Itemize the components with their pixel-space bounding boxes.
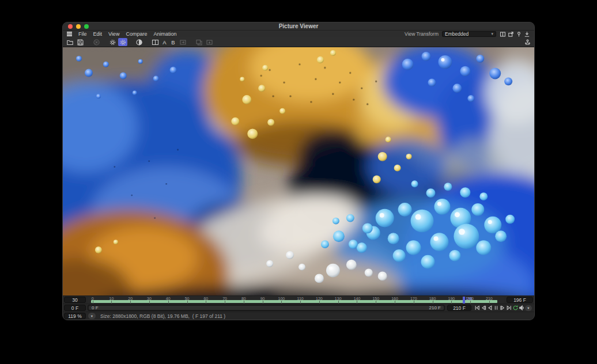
ruler-tick-label: 40: [166, 297, 171, 301]
image-settings-button[interactable]: [118, 38, 127, 46]
current-frame-field[interactable]: 196 F: [507, 297, 533, 303]
zoom-dropdown-button[interactable]: ▾: [88, 313, 96, 319]
ruler-tick-mark: [244, 301, 244, 304]
image-canvas[interactable]: [63, 47, 534, 295]
split-view-button[interactable]: [500, 31, 506, 37]
ruler-tick-label: 70: [222, 297, 227, 301]
cancel-circle-icon: [93, 39, 100, 46]
menu-animation[interactable]: Animation: [153, 31, 176, 37]
range-end-field[interactable]: 210 F: [447, 305, 471, 311]
sound-button[interactable]: [519, 305, 524, 312]
play-reverse-button[interactable]: [487, 305, 493, 312]
ruler-tick-label: 120: [316, 297, 323, 301]
open-new-window-button[interactable]: [508, 31, 514, 37]
transport-controls: ▾: [474, 305, 533, 312]
ruler-tick-mark: [376, 301, 376, 304]
mixer-button[interactable]: [523, 38, 532, 46]
zoom-level-field[interactable]: 119 %: [64, 313, 86, 319]
dock-button[interactable]: [524, 31, 530, 37]
save-button[interactable]: [75, 38, 85, 46]
ruler-tick-mark: [281, 301, 282, 304]
preview-range-bar[interactable]: 0 F 210 F: [88, 305, 445, 311]
paste-image-button[interactable]: [205, 38, 214, 46]
ruler-tick-label: 60: [203, 297, 208, 301]
pause-button[interactable]: [493, 305, 499, 312]
stop-render-button[interactable]: [92, 38, 101, 46]
copy-image-button[interactable]: [194, 38, 203, 46]
gear-icon: [109, 39, 116, 46]
filter-button[interactable]: [134, 38, 143, 46]
ab-split-icon: [152, 39, 159, 46]
ruler-tick-label: 180: [429, 297, 436, 301]
step-forward-button[interactable]: [500, 305, 505, 312]
view-transform-label: View Transform: [405, 31, 439, 37]
ruler-tick-mark: [319, 301, 320, 304]
hamburger-icon[interactable]: [67, 32, 72, 36]
pause-icon: [493, 305, 499, 311]
step-back-icon: [481, 305, 486, 311]
minimize-button[interactable]: [76, 24, 81, 29]
go-to-start-icon: [474, 305, 480, 311]
copy-icon: [195, 39, 203, 46]
menu-compare[interactable]: Compare: [126, 31, 147, 37]
ruler-tick-mark: [149, 301, 150, 304]
set-image-b-button[interactable]: B: [169, 38, 177, 46]
ruler-tick-mark: [263, 301, 263, 304]
render-settings-button[interactable]: [108, 38, 117, 46]
range-bar-start-label: 0 F: [92, 305, 99, 310]
range-start-field[interactable]: 0 F: [64, 305, 86, 311]
view-transform-select[interactable]: Embedded ▾: [442, 31, 496, 37]
contrast-icon: [135, 39, 143, 46]
status-bar: 119 % ▾ Size: 2880x1800, RGB (8 Bit), 19…: [63, 312, 534, 320]
ruler-tick-label: 10: [109, 297, 114, 301]
loop-icon: [512, 305, 518, 311]
playhead-frame-label: 196: [466, 297, 473, 301]
fps-field[interactable]: 30: [64, 297, 86, 303]
zoom-window-button[interactable]: [84, 24, 89, 29]
traffic-lights: [68, 24, 89, 29]
go-to-end-icon: [506, 305, 512, 311]
speaker-icon: [519, 305, 524, 311]
play-reverse-icon: [487, 305, 493, 311]
set-image-a-button[interactable]: A: [161, 38, 168, 46]
paste-icon: [206, 39, 213, 46]
cached-frames-bar: [91, 300, 498, 303]
ruler-tick-mark: [357, 301, 357, 304]
ruler-tick-label: 110: [297, 297, 304, 301]
ruler-tick-mark: [111, 301, 112, 304]
titlebar[interactable]: Picture Viewer: [63, 22, 534, 31]
window-title: Picture Viewer: [63, 22, 534, 31]
ruler-tick-label: 50: [185, 297, 190, 301]
ruler-tick-label: 80: [241, 297, 246, 301]
ruler-tick-label: 170: [410, 297, 417, 301]
ruler-tick-mark: [414, 301, 414, 304]
preview-range-thumb[interactable]: 0 F 210 F: [89, 306, 444, 310]
timeline-ruler-row: 30 0102030405060708090100110120130140150…: [63, 295, 534, 304]
open-file-button[interactable]: [65, 38, 74, 46]
chevron-down-icon: ▾: [491, 32, 493, 36]
step-back-button[interactable]: [481, 305, 486, 312]
ruler-tick-label: 90: [260, 297, 265, 301]
playback-options-button[interactable]: ▾: [525, 305, 532, 311]
split-view-icon: [500, 31, 506, 37]
folder-icon: [66, 39, 74, 46]
go-to-start-button[interactable]: [474, 305, 480, 312]
close-button[interactable]: [68, 24, 73, 29]
timeline-ruler[interactable]: 0102030405060708090100110120130140150160…: [88, 297, 504, 304]
playhead[interactable]: 196: [463, 297, 465, 304]
ruler-tick-label: 130: [335, 297, 342, 301]
ab-compare-button[interactable]: [150, 38, 160, 46]
ruler-tick-mark: [93, 301, 93, 304]
menu-view[interactable]: View: [108, 31, 119, 37]
gear-selected-icon: [119, 39, 127, 46]
pin-button[interactable]: [516, 31, 522, 37]
rendered-image: [63, 47, 534, 295]
ruler-tick-mark: [225, 301, 225, 304]
loop-playback-button[interactable]: [512, 305, 518, 312]
ruler-tick-mark: [433, 301, 433, 304]
go-to-end-button[interactable]: [506, 305, 512, 312]
menu-file[interactable]: File: [78, 31, 87, 37]
swap-icon: [179, 39, 187, 46]
menu-edit[interactable]: Edit: [93, 31, 103, 37]
swap-ab-button[interactable]: [178, 38, 187, 46]
